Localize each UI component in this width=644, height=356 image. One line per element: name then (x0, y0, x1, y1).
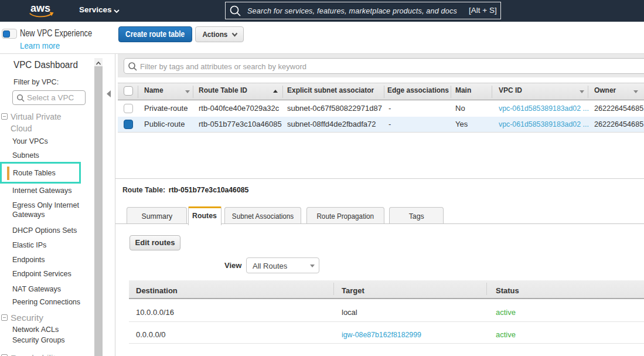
svg-text:aws: aws (30, 2, 50, 14)
